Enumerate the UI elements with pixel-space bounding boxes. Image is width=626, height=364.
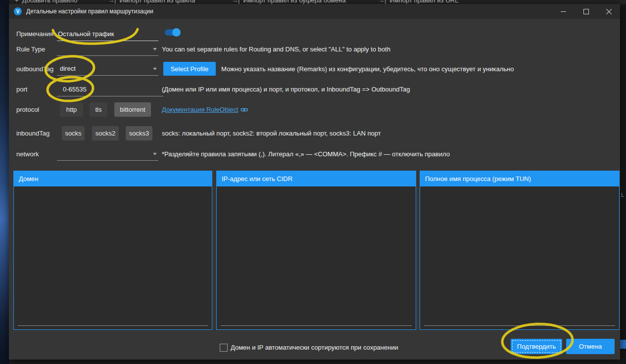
- dialog-titlebar: V Детальные настройки правил маршрутизац…: [9, 4, 620, 19]
- textarea-underline: [221, 325, 412, 326]
- ip-list-header: IP-адрес или сеть CIDR: [217, 171, 416, 186]
- import-icon: →|: [378, 0, 386, 4]
- remarks-toggle[interactable]: [165, 29, 180, 36]
- maximize-icon: [583, 9, 589, 14]
- protocol-chip-tls[interactable]: tls: [90, 102, 107, 117]
- toolbar-item-label: Импорт правил из файла: [119, 0, 195, 4]
- toolbar-import-clipboard-button[interactable]: →| Импорт правил из буфера обмена: [232, 0, 346, 4]
- remarks-input[interactable]: [57, 28, 158, 41]
- outbound-tag-value: direct: [60, 65, 76, 72]
- chevron-down-icon: [153, 48, 157, 50]
- protocol-chip-http[interactable]: http: [60, 102, 83, 117]
- ip-textarea[interactable]: [218, 187, 415, 323]
- background-right-strip: L: [620, 4, 626, 364]
- toolbar-item-label: Добавить правило: [22, 0, 78, 4]
- toolbar-add-rule-button[interactable]: + Добавить правило: [15, 0, 77, 4]
- confirm-button[interactable]: Подтвердить: [511, 339, 562, 354]
- protocol-label: protocol: [16, 106, 39, 113]
- minimize-icon: [561, 9, 566, 14]
- rule-type-label: Rule Type: [16, 46, 45, 53]
- rule-type-dropdown[interactable]: [57, 43, 158, 56]
- domain-listbox: Домен: [13, 171, 212, 330]
- inbound-tag-hint: socks: локальный порт, socks2: второй ло…: [162, 130, 381, 137]
- rule-type-hint: You can set separate rules for Routing a…: [162, 46, 390, 53]
- rule-object-doc-link[interactable]: Документация RuleObject: [162, 106, 248, 113]
- inbound-chip-socks3[interactable]: socks3: [126, 126, 152, 140]
- toggle-knob-icon: [172, 28, 181, 37]
- autosort-checkbox-label: Домен и IP автоматически сортируются при…: [231, 344, 398, 351]
- link-icon: [241, 107, 248, 112]
- select-profile-button[interactable]: Select Profile: [163, 62, 216, 76]
- import-icon: →|: [108, 0, 116, 4]
- autosort-checkbox[interactable]: [220, 344, 228, 352]
- toolbar-item-label: Импорт правил из буфера обмена: [243, 0, 345, 4]
- remarks-label: Примечания: [16, 30, 53, 38]
- port-label: port: [16, 86, 27, 93]
- inbound-tag-label: inboundTag: [16, 130, 49, 137]
- domain-list-header: Домен: [14, 171, 212, 186]
- outbound-tag-dropdown[interactable]: direct: [57, 63, 158, 76]
- window-controls: [552, 4, 620, 19]
- ip-listbox: IP-адрес или сеть CIDR: [216, 171, 416, 330]
- textarea-underline: [424, 325, 615, 326]
- background-text-fragment: L: [621, 192, 624, 198]
- dialog-title: Детальные настройки правил маршрутизации: [26, 8, 153, 15]
- cancel-button[interactable]: Отмена: [566, 339, 615, 354]
- close-icon: [606, 9, 612, 14]
- network-label: network: [16, 150, 39, 158]
- protocol-chip-bittorrent[interactable]: bittorrent: [114, 102, 151, 117]
- desktop-wallpaper: [0, 0, 9, 364]
- process-listbox: Полное имя процесса (режим TUN): [420, 171, 620, 330]
- toolbar-import-file-button[interactable]: →| Импорт правил из файла: [108, 0, 195, 4]
- outbound-tag-hint: Можно указать название (Remarks) из конф…: [221, 65, 514, 73]
- textarea-underline: [18, 325, 208, 326]
- process-list-header: Полное имя процесса (режим TUN): [420, 171, 619, 186]
- outbound-tag-label: outboundTag: [16, 65, 53, 73]
- inbound-chip-socks2[interactable]: socks2: [92, 126, 119, 140]
- chevron-down-icon: [153, 153, 157, 155]
- screen: + Добавить правило →| Импорт правил из ф…: [0, 0, 626, 364]
- routing-rule-dialog: V Детальные настройки правил маршрутизац…: [9, 4, 620, 360]
- doc-link-label: Документация RuleObject: [162, 106, 238, 113]
- background-blue-fragment: [620, 340, 626, 349]
- minimize-button[interactable]: [552, 4, 575, 19]
- network-hint: *Разделяйте правила запятыми (,). Литера…: [162, 150, 450, 158]
- domain-textarea[interactable]: [15, 187, 211, 323]
- process-textarea[interactable]: [421, 187, 618, 323]
- port-hint: (Домен или IP или имя процесса) и порт, …: [162, 86, 410, 93]
- maximize-button[interactable]: [575, 4, 597, 19]
- toolbar-import-url-button[interactable]: →| Импорт правил из URL: [378, 0, 458, 4]
- port-input[interactable]: [57, 83, 163, 96]
- plus-icon: +: [15, 0, 19, 4]
- inbound-chip-socks[interactable]: socks: [62, 126, 85, 140]
- chevron-down-icon: [153, 68, 157, 70]
- app-icon: V: [14, 7, 22, 15]
- network-dropdown[interactable]: [57, 148, 158, 161]
- close-button[interactable]: [597, 4, 620, 19]
- toolbar-item-label: Импорт правил из URL: [389, 0, 458, 4]
- import-icon: →|: [232, 0, 240, 4]
